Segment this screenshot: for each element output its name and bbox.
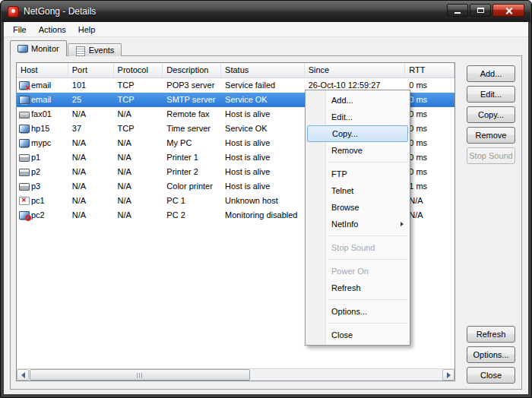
host-name: pc1 [31,194,45,208]
protocol-cell: N/A [114,208,163,223]
context-item-copy[interactable]: Copy... [307,125,408,142]
fax-host-icon [18,109,29,119]
description-cell: POP3 server [163,78,221,93]
description-cell: Time server [163,122,221,136]
column-header-protocol[interactable]: Protocol [114,63,163,77]
table-header: HostPortProtocolDescriptionStatusSinceRT… [17,63,454,78]
description-cell: Remote fax [163,107,221,122]
printer-host-icon [18,167,29,177]
column-header-host[interactable]: Host [17,63,68,77]
description-cell: Printer 1 [163,150,221,165]
remove-button[interactable]: Remove [467,127,515,144]
scroll-right-button[interactable] [442,369,454,381]
context-item-telnet[interactable]: Telnet [306,182,410,199]
context-item-ftp[interactable]: FTP [306,166,410,182]
status-cell: Service failed [221,78,305,93]
events-tab-icon [75,46,85,55]
scroll-right-icon [447,372,451,378]
status-cell: Host is alive [221,136,305,150]
tab-label: Events [89,46,115,55]
description-cell: Printer 2 [163,165,221,179]
context-item-options[interactable]: Options... [306,303,410,320]
protocol-cell: N/A [114,165,163,179]
client-area: FileActionsHelp MonitorEvents HostPortPr… [4,22,528,394]
rtt-cell: 0 ms [405,107,454,122]
maximize-button[interactable] [470,4,491,17]
rtt-cell: 0 ms [405,93,454,107]
context-item-label: Stop Sound [331,243,375,252]
refresh-button[interactable]: Refresh [467,326,515,343]
context-item-netinfo[interactable]: NetInfo [306,216,410,232]
menu-separator [328,235,407,236]
context-item-label: NetInfo [331,220,358,229]
context-item-browse[interactable]: Browse [306,199,410,216]
context-item-close[interactable]: Close [306,327,410,343]
host-name: fax01 [31,107,52,122]
status-cell: Host is alive [221,150,305,165]
rtt-cell: 0 ms [405,136,454,150]
context-item-stop-sound: Stop Sound [306,239,410,256]
context-item-label: Power On [331,267,369,276]
title-bar: NetGong - Details [2,1,530,22]
menu-separator [328,299,407,300]
scroll-left-button[interactable] [17,369,29,381]
context-item-refresh[interactable]: Refresh [306,280,410,296]
ok-host-icon [18,138,29,148]
status-cell: Monitoring disabled [221,208,305,223]
tab-events[interactable]: Events [68,43,122,56]
monitor-tab-page: HostPortProtocolDescriptionStatusSinceRT… [10,55,522,390]
status-cell: Unknown host [221,194,305,208]
menubar-item-file[interactable]: File [7,22,33,37]
column-header-since[interactable]: Since [305,63,406,77]
edit-button[interactable]: Edit... [467,86,515,103]
host-cell: p3 [17,179,68,194]
context-item-power-on: Power On [306,263,410,280]
rtt-cell: 1 ms [405,179,454,194]
close-icon [505,7,512,14]
stop-sound-button: Stop Sound [467,147,515,164]
context-item-label: Telnet [331,186,353,195]
column-header-rtt[interactable]: RTT [405,63,454,77]
column-header-description[interactable]: Description [163,63,221,77]
minimize-button[interactable] [447,4,468,17]
close-button[interactable] [492,4,524,17]
port-cell: N/A [68,208,114,223]
context-item-label: Copy... [332,129,358,138]
scroll-thumb[interactable] [30,369,250,381]
add-button[interactable]: Add... [467,65,515,82]
netgong-app-icon [8,6,19,17]
caption-buttons [447,4,524,17]
tab-monitor[interactable]: Monitor [10,40,67,56]
context-item-label: Options... [331,307,367,316]
protocol-cell: TCP [114,93,163,107]
h-scrollbar[interactable] [17,368,454,381]
context-menu: Add...Edit...Copy...RemoveFTPTelnetBrows… [305,90,410,346]
host-name: pc2 [31,208,45,223]
context-item-label: Refresh [331,283,361,292]
menubar-item-help[interactable]: Help [72,22,102,37]
menubar-item-actions[interactable]: Actions [33,22,72,37]
ok-host-icon [18,95,29,105]
copy-button[interactable]: Copy... [467,106,515,123]
port-cell: N/A [68,150,114,165]
column-header-status[interactable]: Status [221,63,305,77]
scroll-left-icon [21,372,25,378]
context-item-label: Edit... [331,112,353,122]
rtt-cell: N/A [405,194,454,208]
options-button[interactable]: Options... [467,346,515,363]
context-item-label: FTP [331,169,347,178]
description-cell: Color printer [163,179,221,194]
fail-host-icon: ✕ [18,81,29,90]
protocol-cell: N/A [114,107,163,122]
column-header-port[interactable]: Port [68,63,114,77]
port-cell: N/A [68,179,114,194]
context-menu-items: Add...Edit...Copy...RemoveFTPTelnetBrows… [306,92,410,343]
context-item-add[interactable]: Add... [306,92,410,109]
bottom-buttons: RefreshOptions...Close [467,326,515,384]
close-button[interactable]: Close [467,367,515,384]
host-cell: ✕pc1 [17,194,68,208]
context-item-remove[interactable]: Remove [306,142,410,159]
port-cell: 101 [68,78,114,93]
context-item-edit[interactable]: Edit... [306,109,410,125]
protocol-cell: N/A [114,136,163,150]
